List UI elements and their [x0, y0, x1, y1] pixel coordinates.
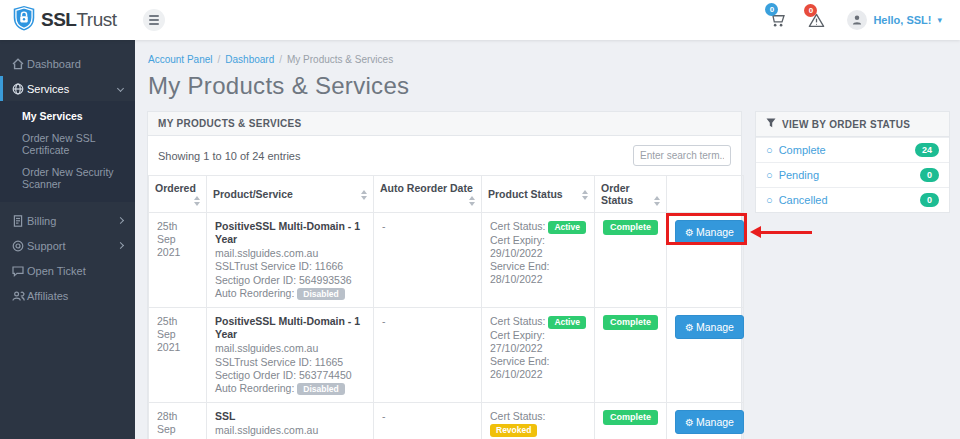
products-services-panel: MY PRODUCTS & SERVICES Showing 1 to 10 o… — [147, 111, 742, 439]
product-name: SSL — [215, 410, 365, 423]
manage-cell: ⚙Manage — [667, 308, 744, 403]
product-cell: PositiveSSL Multi-Domain - 1 Year mail.s… — [207, 213, 374, 308]
column-header-order-status[interactable]: Order Status — [595, 176, 667, 213]
product-status-cell: Cert Status: Revoked — [482, 403, 595, 439]
table-row: 25th Sep 2021 PositiveSSL Multi-Domain -… — [149, 213, 744, 308]
shield-lock-icon — [13, 5, 35, 35]
circle-icon: ○ — [766, 194, 773, 206]
sidebar-item-label: Billing — [27, 215, 56, 227]
manage-button-row-1[interactable]: ⚙Manage — [675, 315, 744, 339]
sidebar-subitem-order-scanner[interactable]: Order New Security Scanner — [0, 161, 135, 195]
gear-icon: ⚙ — [685, 417, 694, 428]
filter-icon — [766, 118, 776, 130]
product-name: PositiveSSL Multi-Domain - 1 Year — [215, 315, 365, 341]
sidebar-subitem-order-ssl[interactable]: Order New SSL Certificate — [0, 127, 135, 161]
products-panel-header: MY PRODUCTS & SERVICES — [148, 112, 741, 136]
product-cell: SSL mail.sslguides.com.au SSLTrust Servi… — [207, 403, 374, 439]
status-badge: Complete — [603, 220, 658, 235]
manage-button-row-0[interactable]: ⚙Manage — [675, 220, 744, 244]
product-cell: PositiveSSL Multi-Domain - 1 Year mail.s… — [207, 308, 374, 403]
product-status-cell: Cert Status: Active Cert Expiry: 27/10/2… — [482, 308, 595, 403]
service-id: SSLTrust Service ID: 11665 — [215, 356, 365, 369]
sort-icon — [194, 196, 200, 206]
sidebar-item-services[interactable]: Services — [0, 76, 135, 101]
sidebar-item-dashboard[interactable]: Dashboard — [0, 51, 135, 76]
sidebar-item-support[interactable]: Support — [0, 233, 135, 258]
manage-button-row-2[interactable]: ⚙Manage — [675, 410, 744, 434]
breadcrumb-dashboard[interactable]: Dashboard — [225, 54, 274, 65]
sidebar-subitem-my-services[interactable]: My Services — [0, 105, 135, 127]
auto-reorder-date-cell: - — [374, 403, 482, 439]
comment-icon — [12, 265, 27, 277]
breadcrumb: Account Panel/Dashboard/My Products & Se… — [148, 54, 960, 65]
user-menu[interactable]: Hello, SSL! ▾ — [847, 10, 942, 30]
service-id: SSLTrust Service ID: 11666 — [215, 260, 365, 273]
column-header-product-status[interactable]: Product Status — [482, 176, 595, 213]
sort-icon — [654, 196, 660, 206]
count-badge: 24 — [915, 143, 939, 157]
ssltrust-logo[interactable]: SSLTrust — [0, 5, 135, 35]
column-header-auto-reorder-date[interactable]: Auto Reorder Date — [374, 176, 482, 213]
count-badge: 0 — [920, 193, 939, 207]
filter-item-complete[interactable]: ○ Complete 24 — [756, 137, 949, 162]
sidebar-item-affiliates[interactable]: Affiliates — [0, 283, 135, 308]
search-input[interactable] — [633, 145, 731, 166]
status-badge: Complete — [603, 410, 658, 425]
services-submenu: My Services Order New SSL Certificate Or… — [0, 101, 135, 202]
sidebar-item-label: Open Ticket — [27, 265, 86, 277]
status-badge: Revoked — [490, 424, 537, 437]
logo-text: SSLTrust — [41, 9, 117, 31]
invoice-icon — [12, 215, 27, 227]
product-name: PositiveSSL Multi-Domain - 1 Year — [215, 220, 365, 246]
products-table: Ordered Product/Service Auto Reorder Dat… — [148, 175, 744, 439]
users-icon — [12, 290, 27, 302]
globe-icon — [12, 83, 27, 95]
auto-reordering: Auto Reordering: Disabled — [215, 382, 365, 396]
filter-item-cancelled[interactable]: ○ Cancelled 0 — [756, 187, 949, 212]
table-header-row: Ordered Product/Service Auto Reorder Dat… — [149, 176, 744, 213]
sidebar-item-label: Affiliates — [27, 290, 68, 302]
product-status-cell: Cert Status: Active Cert Expiry: 29/10/2… — [482, 213, 595, 308]
ordered-cell: 25th Sep 2021 — [149, 213, 207, 308]
status-badge: Disabled — [297, 288, 344, 301]
breadcrumb-account-panel[interactable]: Account Panel — [148, 54, 213, 65]
sectigo-order-id: Sectigo Order ID: 563774450 — [215, 369, 365, 382]
sidebar-toggle-button[interactable] — [143, 9, 165, 31]
ordered-cell: 25th Sep 2021 — [149, 308, 207, 403]
chevron-right-icon — [117, 242, 124, 249]
order-status-cell: Complete — [595, 403, 667, 439]
column-header-ordered[interactable]: Ordered — [149, 176, 207, 213]
filter-item-pending[interactable]: ○ Pending 0 — [756, 162, 949, 187]
order-status-filter-panel: VIEW BY ORDER STATUS ○ Complete 24 ○ Pen… — [755, 111, 950, 213]
ssltrust-account-panel: SSLTrust 0 0 — [0, 0, 960, 439]
sidebar-item-label: Dashboard — [27, 58, 81, 70]
alerts-count-badge: 0 — [804, 4, 817, 17]
column-header-manage — [667, 176, 744, 213]
sidebar-item-billing[interactable]: Billing — [0, 208, 135, 233]
main-content: Account Panel/Dashboard/My Products & Se… — [135, 40, 960, 439]
product-domain: mail.sslguides.com.au — [215, 424, 365, 437]
chevron-down-icon — [117, 85, 124, 92]
sort-icon — [582, 190, 588, 200]
ordered-cell: 28th Sep 2021 — [149, 403, 207, 439]
sidebar-item-open-ticket[interactable]: Open Ticket — [0, 258, 135, 283]
user-avatar-icon — [847, 10, 867, 30]
gear-icon: ⚙ — [685, 322, 694, 333]
page-title: My Products & Services — [148, 72, 960, 100]
column-header-product-service[interactable]: Product/Service — [207, 176, 374, 213]
alerts-button[interactable]: 0 — [808, 13, 825, 28]
auto-reorder-date-cell: - — [374, 308, 482, 403]
manage-cell: ⚙Manage — [667, 213, 744, 308]
circle-icon: ○ — [766, 169, 773, 181]
sidebar-item-label: Services — [27, 83, 69, 95]
product-domain: mail.sslguides.com.au — [215, 247, 365, 260]
table-row: 25th Sep 2021 PositiveSSL Multi-Domain -… — [149, 308, 744, 403]
status-badge: Active — [548, 221, 586, 234]
home-icon — [12, 58, 27, 70]
status-badge: Active — [548, 316, 586, 329]
sort-icon — [469, 196, 475, 206]
sidebar: Dashboard Services My Services Order New… — [0, 40, 135, 439]
cart-button[interactable]: 0 — [769, 12, 786, 28]
filter-panel-header: VIEW BY ORDER STATUS — [756, 112, 949, 137]
life-ring-icon — [12, 240, 27, 252]
